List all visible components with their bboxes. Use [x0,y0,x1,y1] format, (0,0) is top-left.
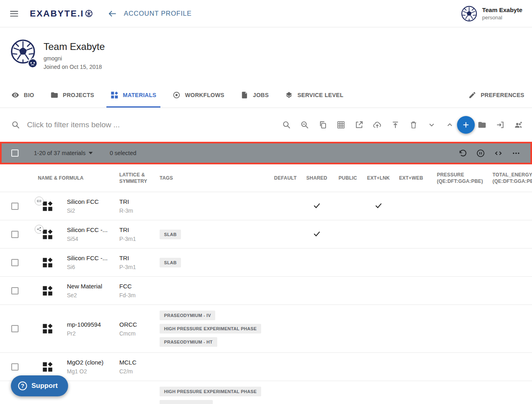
row-checkbox[interactable] [11,259,19,266]
chevron-up-button[interactable] [445,120,454,129]
back-button[interactable] [108,9,117,19]
column-header-ext-lnk: EXT+LNK [363,175,394,181]
copy-button[interactable] [318,120,327,129]
table-row[interactable]: Silicon FCC Si2 TRI R-3m [0,192,532,220]
material-icon [42,257,53,268]
tag-chip: PRASEODYMIUM - HT [160,337,217,347]
lattice-symmetry: Cmcm [119,330,152,337]
material-formula: Si54 [67,236,111,242]
lattice-type: TRI [119,255,152,261]
restore-button[interactable] [458,149,468,158]
exabyte-logo[interactable]: EXABYTE.I [30,8,93,19]
group-add-button[interactable] [514,120,523,129]
menu-button[interactable] [9,8,19,19]
add-material-button[interactable] [457,116,475,134]
material-icon [42,229,53,240]
eye-icon [11,91,19,99]
arrow-left-icon [108,9,117,19]
toolbar-secondary [478,120,523,129]
material-name: New Material [67,283,111,290]
zoom-out-icon [300,120,309,129]
checkmark-icon [374,201,382,211]
cloud-upload-button[interactable] [373,120,382,129]
app-root: EXABYTE.I ACCOUNT PROFILE Team Exabyte p… [0,0,532,404]
materials-table-body: Silicon FCC Si2 TRI R-3m Silicon FCC -..… [0,192,532,404]
ext-lnk-cell [363,201,394,211]
tags-cell: SLAB [152,224,270,245]
chevron-down-icon [427,120,436,129]
support-button[interactable]: ? Support [11,375,68,396]
lattice-symmetry: P-3m1 [119,236,152,242]
tab-preferences[interactable]: PREFERENCES [464,83,524,108]
material-icon [42,361,53,373]
tab-label: PROJECTS [63,92,94,98]
lattice-type: ORCC [119,321,152,328]
grid-button[interactable] [337,120,345,129]
zoom-out-button[interactable] [300,120,309,129]
folder-icon [478,120,486,129]
tab-label: SERVICE LEVEL [297,92,343,98]
profile-name: Team Exabyte [44,41,105,52]
tab-service-level[interactable]: SERVICE LEVEL [281,83,347,108]
profile-section: Team Exabyte gmogni Joined on Oct 15, 20… [0,27,532,83]
delete-button[interactable] [409,120,418,129]
row-checkbox[interactable] [11,325,19,332]
column-header-shared: SHARED [301,175,333,181]
search-icon [282,120,291,129]
tag-chip: HIGH PRESSURE EXPERIMENTAL PHASE [160,387,261,396]
profile-joined-date: Joined on Oct 15, 2018 [44,64,105,70]
open-in-new-button[interactable] [355,120,364,129]
table-header-row: NAME & FORMULALATTICE & SYMMETRYTAGSDEFA… [0,164,532,192]
top-bar: EXABYTE.I ACCOUNT PROFILE Team Exabyte p… [0,0,532,27]
material-name: mp-1009594 [67,321,111,328]
table-row[interactable]: New Material Se2 FCC Fd-3m [0,277,532,305]
row-checkbox[interactable] [11,287,19,294]
search-button[interactable] [282,120,291,129]
tags-cell [152,285,270,296]
tags-cell [152,361,270,373]
tab-workflows[interactable]: WORKFLOWS [168,83,229,108]
folder-icon [50,91,58,99]
select-all-checkbox[interactable] [11,149,19,157]
selection-bar: 1-20 of 37 materials 0 selected [0,142,532,164]
table-row[interactable]: HIGH PRESSURE EXPERIMENTAL PHASE [0,381,532,404]
table-row[interactable]: Silicon FCC -... Si6 TRI P-3m1 SLAB [0,249,532,277]
filter-input[interactable] [27,120,282,129]
exit-to-app-button[interactable] [496,120,505,129]
tab-label: MATERIALS [123,92,156,98]
pause-circle-button[interactable] [476,149,485,158]
more-horiz-button[interactable] [511,149,521,158]
exit-to-app-icon [496,120,505,129]
table-row[interactable]: mp-1009594 Pr2 ORCC Cmcm PRASEODYMIUM - … [0,305,532,353]
lattice-type: MCLC [119,359,152,366]
chevron-down-button[interactable] [427,120,436,129]
tab-jobs[interactable]: JOBS [237,83,273,108]
tab-bio[interactable]: BIO [7,83,38,108]
tab-materials[interactable]: MATERIALS [106,83,160,108]
tab-projects[interactable]: PROJECTS [46,83,98,108]
lattice-type: TRI [119,198,152,205]
user-chip[interactable]: Team Exabyte personal [461,6,522,22]
pagination-range-dropdown[interactable]: 1-20 of 37 materials [34,150,93,156]
profile-info: Team Exabyte gmogni Joined on Oct 15, 20… [44,39,105,83]
folder-button[interactable] [478,120,486,129]
selection-bar-actions [458,149,521,158]
material-icon [42,201,53,212]
materials-icon [110,91,118,99]
material-name: Silicon FCC -... [67,226,111,233]
row-checkbox[interactable] [11,231,19,238]
table-row[interactable]: MgO2 (clone) Mg1 O2 MCLC C2/m [0,353,532,381]
restore-icon [458,149,468,158]
code-button[interactable] [494,149,503,158]
table-row[interactable]: Silicon FCC -... Si54 TRI P-3m1 SLAB [0,220,532,249]
tags-cell: SLAB [152,252,270,273]
upload-button[interactable] [391,120,400,129]
lattice-symmetry: C2/m [119,368,152,375]
copy-icon [318,120,327,129]
pencil-icon [468,91,476,99]
row-checkbox[interactable] [11,203,19,210]
column-header-public: PUBLIC [333,175,363,181]
chevron-up-icon [445,120,454,129]
shared-cell [301,201,333,211]
row-checkbox[interactable] [11,363,19,371]
